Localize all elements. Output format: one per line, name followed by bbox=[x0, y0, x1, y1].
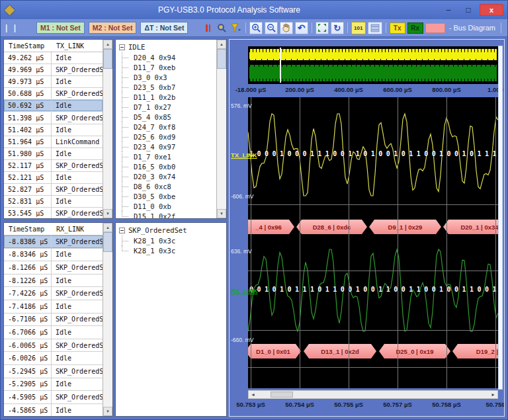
rx-table-row[interactable]: -6.0065 µSSKP_OrderedSet bbox=[4, 339, 103, 353]
zoom-in-icon[interactable] bbox=[249, 22, 263, 34]
scroll-left-icon[interactable]: ◂ bbox=[249, 391, 257, 398]
rx-table-row[interactable]: -5.2945 µSSKP_OrderedSet bbox=[4, 365, 103, 378]
maximize-button[interactable]: □ bbox=[460, 4, 477, 16]
rx-table-row[interactable]: -4.5865 µSIdle bbox=[4, 404, 103, 416]
binary-view-icon[interactable]: 101 bbox=[351, 22, 366, 34]
scroll-right-icon[interactable]: ▸ bbox=[489, 391, 497, 398]
rx-table-row[interactable]: -6.7066 µSIdle bbox=[4, 326, 103, 339]
tx-table-row[interactable]: 52.121 µSIdle bbox=[4, 172, 103, 184]
rx-link-channel-label[interactable]: RX_LINK bbox=[231, 287, 258, 294]
close-button[interactable]: x bbox=[480, 4, 503, 16]
tx-tree-item[interactable]: D16_5 0xb0 bbox=[119, 161, 216, 171]
tx-tree-item[interactable]: D30_5 0xbe bbox=[119, 191, 216, 201]
tx-tree-scrollbar[interactable]: ▲ ▼ bbox=[216, 40, 226, 218]
marker-color-swatch[interactable] bbox=[425, 23, 445, 33]
tx-tree-item[interactable]: D23_5 0xb7 bbox=[119, 82, 216, 92]
scroll-down-icon[interactable]: ▼ bbox=[103, 407, 112, 416]
rx-table-scrollbar[interactable]: ▲ ▼ bbox=[103, 223, 112, 416]
tx-tree-item[interactable]: D20_4 0x94 bbox=[119, 52, 216, 62]
tx-tree-item[interactable]: D23_4 0x97 bbox=[119, 142, 216, 151]
tx-link-channel-label[interactable]: TX_LINK bbox=[231, 151, 257, 159]
tx-channel-button[interactable]: Tx bbox=[390, 22, 405, 34]
symbol-marker[interactable]: D25_0 | 0x19 bbox=[379, 344, 450, 358]
tx-table-row[interactable]: 51.398 µSSKP_OrderedSet bbox=[4, 112, 103, 124]
symbol-marker[interactable]: D1_0 | 0x01 bbox=[248, 344, 301, 358]
tx-table-row[interactable]: 53.545 µSSKP_OrderedSet bbox=[4, 208, 103, 218]
scroll-thumb[interactable] bbox=[103, 232, 112, 252]
chart-horizontal-scrollbar[interactable]: ◂ ▸ bbox=[248, 390, 498, 399]
tx-tree-item[interactable]: D20_3 0x74 bbox=[119, 171, 216, 181]
tx-tree-item[interactable]: D11_0 0xb bbox=[119, 201, 216, 211]
rx-table-row[interactable]: -8.1226 µSIdle bbox=[4, 274, 103, 288]
symbol-marker[interactable]: D13_1 | 0x2d bbox=[304, 344, 376, 358]
scroll-up-icon[interactable]: ▲ bbox=[217, 40, 226, 49]
tree-root[interactable]: IDLE bbox=[119, 42, 216, 52]
scroll-thumb[interactable] bbox=[217, 49, 226, 69]
symbol-marker[interactable]: D20_1 | 0x34 bbox=[443, 220, 498, 234]
pause-icon[interactable] bbox=[202, 22, 214, 34]
rx-table-row[interactable]: -7.4186 µSIdle bbox=[4, 300, 103, 314]
minimize-button[interactable]: – bbox=[440, 4, 457, 16]
marker2-button[interactable]: M2 : Not Set bbox=[89, 22, 137, 34]
rx-channel-button[interactable]: Rx bbox=[407, 22, 423, 34]
tx-table-row[interactable]: 52.831 µSIdle bbox=[4, 196, 103, 208]
filter-icon[interactable] bbox=[230, 22, 242, 34]
tx-table-row[interactable]: 51.402 µSIdle bbox=[4, 124, 103, 136]
rx-table-row[interactable]: -8.8386 µSSKP_OrderedSet bbox=[4, 235, 103, 249]
delta-t-button[interactable]: ΔT : Not Set bbox=[140, 22, 188, 34]
rx-table-row[interactable]: -6.7106 µSSKP_OrderedSet bbox=[4, 314, 103, 327]
undo-icon[interactable]: ↶ bbox=[295, 22, 308, 34]
tx-table-row[interactable]: 49.973 µSIdle bbox=[4, 76, 103, 88]
rx-table-row[interactable]: -4.5905 µSSKP_OrderedSet bbox=[4, 391, 103, 404]
refresh-icon[interactable]: ↻ bbox=[331, 22, 344, 34]
rx-tree-item[interactable]: K28_1 0x3c bbox=[119, 245, 226, 255]
signal-overview[interactable] bbox=[248, 46, 498, 84]
tx-table-row[interactable]: 51.964 µSLinkCommand bbox=[4, 136, 103, 148]
zoom-out-icon[interactable] bbox=[265, 22, 278, 34]
tx-tree-item[interactable]: D7_1 0x27 bbox=[119, 102, 216, 112]
tx-tree-item[interactable]: D24_7 0xf8 bbox=[119, 122, 216, 132]
rx-tree-item[interactable]: K28_1 0x3c bbox=[119, 235, 226, 245]
tx-table-row[interactable]: 49.969 µSSKP_OrderedSet bbox=[4, 64, 103, 76]
tx-table-row[interactable]: 51.980 µSIdle bbox=[4, 148, 103, 160]
tx-tree-item[interactable]: D11_1 0x2b bbox=[119, 92, 216, 102]
scroll-thumb[interactable] bbox=[103, 49, 112, 69]
tx-table-row[interactable]: 52.117 µSSKP_OrderedSet bbox=[4, 160, 103, 172]
tx-table-row[interactable]: 49.262 µSIdle bbox=[4, 52, 103, 64]
symbol-marker[interactable]: D19_2 | bbox=[452, 344, 498, 358]
rx-table-row[interactable]: -5.2905 µSIdle bbox=[4, 378, 103, 392]
scroll-down-icon[interactable]: ▼ bbox=[103, 209, 112, 218]
scroll-down-icon[interactable]: ▼ bbox=[217, 209, 226, 218]
tx-tree-item[interactable]: D5_4 0x85 bbox=[119, 112, 216, 122]
symbol-marker[interactable]: D9_1 | 0x29 bbox=[369, 220, 441, 234]
rx-table-row[interactable]: -6.0026 µSIdle bbox=[4, 352, 103, 365]
search-icon[interactable] bbox=[216, 22, 228, 34]
tx-tree-item[interactable]: D11_7 0xeb bbox=[119, 62, 216, 72]
tx-table-row[interactable]: 50.688 µSSKP_OrderedSet bbox=[4, 88, 103, 100]
tx-table-row[interactable]: 52.827 µSSKP_OrderedSet bbox=[4, 184, 103, 196]
tx-table-row[interactable]: 50.692 µSIdle bbox=[4, 100, 103, 112]
marker1-button[interactable]: M1 : Not Set bbox=[36, 22, 85, 34]
chart-vertical-scrollbar[interactable] bbox=[498, 46, 503, 390]
waveform-chart[interactable]: 100010001110011010010110010010111 001010… bbox=[248, 97, 498, 388]
rx-table-row[interactable]: -8.8346 µSIdle bbox=[4, 249, 103, 262]
symbol-marker[interactable]: D28_6 | 0xdc bbox=[296, 220, 367, 234]
tree-root[interactable]: SKP_OrderedSet bbox=[119, 225, 226, 235]
fit-screen-icon[interactable] bbox=[316, 22, 329, 34]
tx-tree-item[interactable]: D1_7 0xe1 bbox=[119, 151, 216, 161]
collapse-icon[interactable] bbox=[119, 44, 125, 50]
tx-tree-item[interactable]: D8_6 0xc8 bbox=[119, 181, 216, 191]
scroll-thumb[interactable] bbox=[271, 392, 293, 398]
signal-list-icon[interactable] bbox=[368, 22, 382, 34]
rx-table-row[interactable]: -7.4226 µSSKP_OrderedSet bbox=[4, 287, 103, 300]
overview-cursor[interactable] bbox=[280, 48, 281, 83]
collapse-icon[interactable] bbox=[119, 228, 125, 233]
rx-table-row[interactable]: -8.1266 µSSKP_OrderedSet bbox=[4, 261, 103, 274]
tx-table-scrollbar[interactable]: ▲ ▼ bbox=[103, 40, 112, 218]
scroll-up-icon[interactable]: ▲ bbox=[103, 40, 112, 49]
tx-tree-item[interactable]: D3_0 0x3 bbox=[119, 72, 216, 82]
toolbar-drag-handle[interactable]: | | bbox=[5, 23, 18, 32]
pan-hand-icon[interactable] bbox=[280, 22, 293, 34]
tx-tree-item[interactable]: D15_1 0x2f bbox=[119, 211, 216, 218]
scroll-up-icon[interactable]: ▲ bbox=[103, 223, 112, 232]
